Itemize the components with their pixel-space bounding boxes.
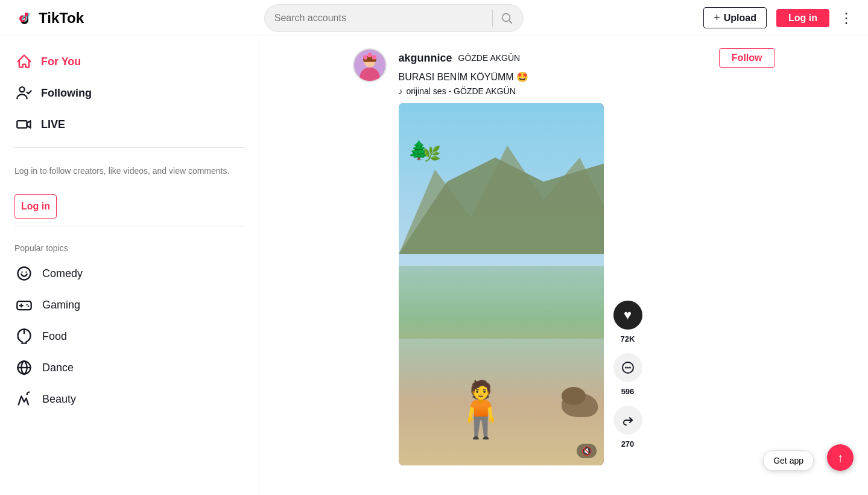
tree-icon-2: 🌿 <box>423 145 441 162</box>
sidebar-login-button[interactable]: Log in <box>14 194 57 219</box>
svg-rect-3 <box>17 121 27 128</box>
comment-icon <box>621 360 635 375</box>
like-count: 72K <box>621 334 635 343</box>
sidebar-item-live[interactable]: LIVE <box>0 109 259 140</box>
gaming-icon <box>14 295 34 315</box>
post-header: akgunnice GÖZDE AKGÜN Follow <box>399 48 775 68</box>
beauty-icon <box>14 389 34 409</box>
sidebar-item-dance[interactable]: Dance <box>0 352 259 383</box>
post-sound[interactable]: ♪ orijinal ses - GÖZDE AKGÜN <box>399 86 775 96</box>
music-icon: ♪ <box>399 86 403 96</box>
video-wrapper: 🧍 🌲 🌿 🔇 ♥ 72K <box>399 103 775 465</box>
svg-point-4 <box>18 267 31 280</box>
video-player[interactable]: 🧍 🌲 🌿 🔇 <box>399 103 604 465</box>
sidebar-label-following: Following <box>41 87 92 100</box>
plus-icon: + <box>714 11 720 24</box>
more-options-button[interactable]: ⋮ <box>839 10 854 27</box>
scroll-top-button[interactable]: ↑ <box>827 444 854 471</box>
like-button[interactable]: ♥ <box>613 301 642 330</box>
popular-topics-heading: Popular topics <box>0 234 259 258</box>
sidebar-label-for-you: For You <box>41 56 81 68</box>
video-controls[interactable]: 🔇 <box>577 444 597 458</box>
topic-label-beauty: Beauty <box>42 393 76 406</box>
svg-point-19 <box>367 53 372 57</box>
post-caption: BURASI BENİM KÖYÜMM 🤩 <box>399 71 775 83</box>
video-background: 🧍 🌲 🌿 <box>399 103 604 465</box>
scroll-top-icon: ↑ <box>837 451 843 465</box>
topic-label-gaming: Gaming <box>42 299 80 311</box>
mute-icon: 🔇 <box>581 446 592 456</box>
tiktok-logo-icon <box>14 8 35 28</box>
search-bar[interactable] <box>264 4 524 32</box>
following-icon <box>14 83 34 103</box>
search-input[interactable] <box>274 13 485 24</box>
sidebar-item-food[interactable]: Food <box>0 321 259 352</box>
svg-point-6 <box>25 272 27 273</box>
upload-button[interactable]: + Upload <box>703 7 767 28</box>
share-button[interactable] <box>613 406 642 435</box>
dance-icon <box>14 358 34 377</box>
header-login-button[interactable]: Log in <box>776 9 829 27</box>
person-figure: 🧍 <box>447 378 515 441</box>
display-name: GÖZDE AKGÜN <box>458 53 521 63</box>
get-app-button[interactable]: Get app <box>763 450 814 471</box>
layout: For You Following LIVE Log in to follow … <box>0 36 868 495</box>
avatar[interactable] <box>353 48 387 82</box>
topic-label-dance: Dance <box>42 362 74 374</box>
post: akgunnice GÖZDE AKGÜN Follow BURASI BENİ… <box>353 48 775 465</box>
action-buttons: ♥ 72K 596 <box>613 301 642 465</box>
sidebar-divider <box>14 147 244 148</box>
avatar-image <box>354 48 385 82</box>
sidebar-item-beauty[interactable]: Beauty <box>0 383 259 415</box>
user-info: akgunnice GÖZDE AKGÜN <box>399 52 521 65</box>
svg-point-26 <box>629 367 631 369</box>
svg-point-5 <box>21 272 22 273</box>
search-divider <box>492 10 493 27</box>
svg-point-25 <box>627 367 629 369</box>
login-prompt-text: Log in to follow creators, like videos, … <box>0 155 259 187</box>
svg-point-20 <box>372 55 376 59</box>
comment-button[interactable] <box>613 353 642 382</box>
svg-point-11 <box>28 305 29 307</box>
svg-point-2 <box>19 87 24 92</box>
avatar-column <box>353 48 387 465</box>
comment-count: 596 <box>621 387 635 396</box>
sidebar-item-following[interactable]: Following <box>0 77 259 109</box>
svg-point-10 <box>27 304 28 305</box>
live-icon <box>14 115 34 134</box>
search-icon <box>500 11 513 25</box>
svg-point-24 <box>625 367 627 369</box>
svg-point-18 <box>363 55 367 59</box>
sidebar-divider-2 <box>14 226 244 226</box>
sidebar-item-gaming[interactable]: Gaming <box>0 289 259 321</box>
sound-name: orijinal ses - GÖZDE AKGÜN <box>407 86 516 96</box>
logo[interactable]: TikTok <box>14 8 84 28</box>
sidebar-item-for-you[interactable]: For You <box>0 46 259 77</box>
post-content: akgunnice GÖZDE AKGÜN Follow BURASI BENİ… <box>399 48 775 465</box>
main-header: TikTok + Upload Log in ⋮ <box>0 0 868 36</box>
logo-text: TikTok <box>39 10 84 27</box>
topic-label-food: Food <box>42 330 67 343</box>
food-icon <box>14 327 34 346</box>
header-actions: + Upload Log in ⋮ <box>703 7 854 28</box>
topic-label-comedy: Comedy <box>42 267 83 280</box>
share-count: 270 <box>621 439 635 449</box>
share-icon <box>621 413 635 427</box>
upload-label: Upload <box>724 13 756 24</box>
home-icon <box>14 52 34 71</box>
sidebar: For You Following LIVE Log in to follow … <box>0 36 259 495</box>
username[interactable]: akgunnice <box>399 52 452 65</box>
sidebar-label-live: LIVE <box>41 118 65 131</box>
main-feed: akgunnice GÖZDE AKGÜN Follow BURASI BENİ… <box>259 36 868 495</box>
follow-button[interactable]: Follow <box>719 48 775 68</box>
svg-line-1 <box>509 21 512 23</box>
comedy-icon <box>14 264 34 283</box>
sidebar-item-comedy[interactable]: Comedy <box>0 258 259 289</box>
search-button[interactable] <box>500 11 513 25</box>
